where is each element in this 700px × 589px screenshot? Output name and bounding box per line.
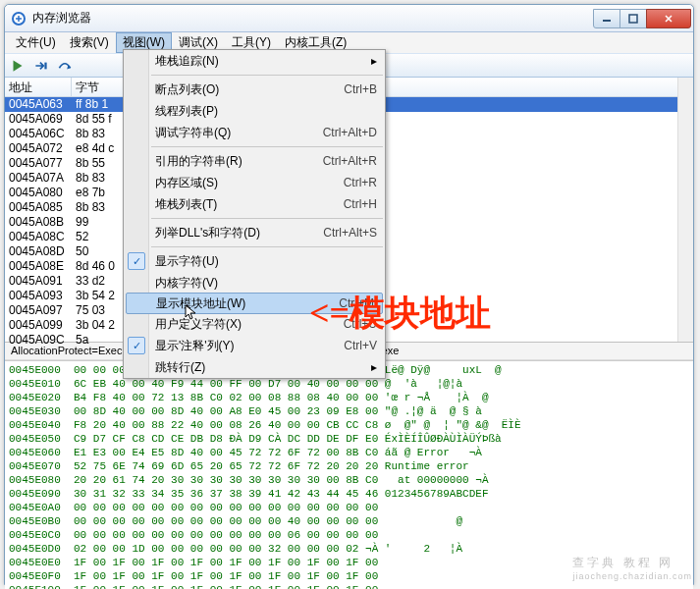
menu-item[interactable]: 引用的字符串(R)Ctrl+Alt+R bbox=[124, 150, 385, 172]
menu-search[interactable]: 搜索(V) bbox=[63, 32, 116, 53]
menu-item[interactable]: 内核字符(V) bbox=[124, 272, 385, 294]
check-icon: ✓ bbox=[128, 337, 145, 354]
menu-item[interactable]: 用户定义字符(X)Ctrl+U bbox=[124, 313, 385, 335]
menu-item[interactable]: 跳转行(Z)▸ bbox=[124, 356, 385, 378]
menu-item[interactable]: 调试字符串(Q)Ctrl+Alt+D bbox=[124, 122, 385, 143]
menu-item[interactable]: 显示模块地址(W)Ctrl+M bbox=[126, 293, 383, 314]
close-button[interactable] bbox=[646, 9, 691, 28]
menu-item[interactable]: ✓显示字符(U) bbox=[124, 250, 385, 272]
submenu-arrow-icon: ▸ bbox=[371, 360, 377, 374]
minimize-button[interactable] bbox=[593, 9, 620, 28]
menu-item[interactable]: 堆栈追踪(N)▸ bbox=[124, 50, 385, 72]
svg-rect-2 bbox=[44, 62, 46, 69]
menu-item[interactable]: 列举DLL's和字符(D)Ctrl+Alt+S bbox=[124, 222, 385, 243]
menu-file[interactable]: 文件(U) bbox=[9, 32, 63, 53]
submenu-arrow-icon: ▸ bbox=[371, 54, 377, 68]
col-address[interactable]: 地址 bbox=[5, 78, 72, 96]
window-title: 内存浏览器 bbox=[32, 10, 594, 27]
titlebar[interactable]: 内存浏览器 bbox=[5, 5, 693, 32]
tool-step-icon[interactable] bbox=[32, 57, 50, 75]
tool-run-icon[interactable] bbox=[9, 57, 27, 75]
view-menu-dropdown: 堆栈追踪(N)▸断点列表(O)Ctrl+B线程列表(P)调试字符串(Q)Ctrl… bbox=[123, 49, 386, 379]
hexdump-view[interactable]: 0045E000 00 00 00 00 4C FF 47 40 FF 40 6… bbox=[5, 360, 693, 589]
check-icon: ✓ bbox=[128, 252, 145, 270]
menu-item[interactable]: 断点列表(O)Ctrl+B bbox=[124, 79, 385, 100]
tool-stepover-icon[interactable] bbox=[56, 57, 74, 75]
menu-item[interactable]: 线程列表(P) bbox=[124, 100, 385, 122]
scrollbar[interactable] bbox=[677, 78, 693, 342]
menu-item[interactable]: ✓显示'注释'列(Y)Ctrl+V bbox=[124, 335, 385, 356]
window-buttons bbox=[594, 9, 691, 28]
svg-rect-1 bbox=[629, 15, 637, 23]
app-icon bbox=[11, 11, 27, 27]
menu-item[interactable]: 内存区域(S)Ctrl+R bbox=[124, 172, 385, 193]
maximize-button[interactable] bbox=[619, 9, 647, 28]
menu-item[interactable]: 堆栈列表(T)Ctrl+H bbox=[124, 193, 385, 215]
